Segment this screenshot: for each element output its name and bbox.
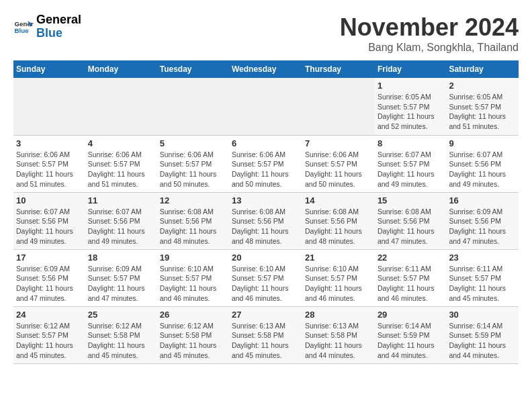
calendar-cell: 26Sunrise: 6:12 AMSunset: 5:58 PMDayligh…: [157, 306, 229, 363]
calendar-cell: 17Sunrise: 6:09 AMSunset: 5:56 PMDayligh…: [13, 249, 85, 306]
day-number: 30: [449, 310, 516, 320]
day-info: Sunrise: 6:06 AMSunset: 5:57 PMDaylight:…: [160, 150, 226, 189]
day-number: 21: [305, 253, 372, 263]
calendar-cell: 5Sunrise: 6:06 AMSunset: 5:57 PMDaylight…: [157, 135, 229, 192]
logo-line2: Blue: [36, 27, 81, 40]
day-info: Sunrise: 6:08 AMSunset: 5:56 PMDaylight:…: [160, 207, 226, 246]
svg-text:Blue: Blue: [15, 27, 30, 34]
logo-line1: General: [36, 13, 81, 27]
day-info: Sunrise: 6:10 AMSunset: 5:57 PMDaylight:…: [305, 264, 372, 304]
day-of-week-thursday: Thursday: [302, 60, 375, 78]
page-header: General Blue General Blue November 2024 …: [13, 13, 519, 54]
day-info: Sunrise: 6:05 AMSunset: 5:57 PMDaylight:…: [378, 92, 444, 132]
month-title: November 2024: [340, 13, 519, 42]
title-block: November 2024 Bang Klam, Songkhla, Thail…: [340, 13, 519, 54]
week-row-5: 24Sunrise: 6:12 AMSunset: 5:57 PMDayligh…: [13, 306, 519, 363]
week-row-3: 10Sunrise: 6:07 AMSunset: 5:56 PMDayligh…: [13, 192, 519, 249]
day-number: 20: [232, 253, 300, 263]
day-of-week-friday: Friday: [375, 60, 447, 78]
day-number: 25: [88, 310, 154, 320]
day-number: 17: [16, 253, 83, 263]
calendar-cell: 2Sunrise: 6:05 AMSunset: 5:57 PMDaylight…: [446, 78, 519, 135]
calendar-cell: 27Sunrise: 6:13 AMSunset: 5:58 PMDayligh…: [229, 306, 302, 363]
day-info: Sunrise: 6:13 AMSunset: 5:58 PMDaylight:…: [305, 321, 372, 361]
day-info: Sunrise: 6:09 AMSunset: 5:57 PMDaylight:…: [88, 264, 154, 304]
day-info: Sunrise: 6:09 AMSunset: 5:56 PMDaylight:…: [16, 264, 83, 304]
calendar-cell: 20Sunrise: 6:10 AMSunset: 5:57 PMDayligh…: [229, 249, 302, 306]
calendar-cell: 7Sunrise: 6:06 AMSunset: 5:57 PMDaylight…: [302, 135, 375, 192]
calendar-cell: 8Sunrise: 6:07 AMSunset: 5:57 PMDaylight…: [375, 135, 447, 192]
week-row-2: 3Sunrise: 6:06 AMSunset: 5:57 PMDaylight…: [13, 135, 519, 192]
calendar-cell: 15Sunrise: 6:08 AMSunset: 5:56 PMDayligh…: [375, 192, 447, 249]
day-info: Sunrise: 6:09 AMSunset: 5:56 PMDaylight:…: [449, 207, 516, 246]
day-info: Sunrise: 6:07 AMSunset: 5:56 PMDaylight:…: [16, 207, 83, 246]
day-number: 11: [88, 195, 154, 205]
calendar-cell: 21Sunrise: 6:10 AMSunset: 5:57 PMDayligh…: [302, 249, 375, 306]
day-number: 5: [160, 138, 226, 148]
logo: General Blue General Blue: [13, 13, 81, 40]
day-number: 9: [449, 138, 516, 148]
calendar-body: 1Sunrise: 6:05 AMSunset: 5:57 PMDaylight…: [13, 78, 519, 363]
calendar-cell: [302, 78, 375, 135]
calendar-cell: 28Sunrise: 6:13 AMSunset: 5:58 PMDayligh…: [302, 306, 375, 363]
day-number: 18: [88, 253, 154, 263]
calendar-cell: 3Sunrise: 6:06 AMSunset: 5:57 PMDaylight…: [13, 135, 85, 192]
day-of-week-tuesday: Tuesday: [157, 60, 229, 78]
day-info: Sunrise: 6:08 AMSunset: 5:56 PMDaylight:…: [232, 207, 300, 246]
logo-icon: General Blue: [13, 17, 34, 37]
calendar-cell: 30Sunrise: 6:14 AMSunset: 5:59 PMDayligh…: [446, 306, 519, 363]
day-info: Sunrise: 6:12 AMSunset: 5:58 PMDaylight:…: [88, 321, 154, 361]
location: Bang Klam, Songkhla, Thailand: [340, 42, 519, 54]
day-info: Sunrise: 6:06 AMSunset: 5:57 PMDaylight:…: [88, 150, 154, 189]
calendar-cell: [229, 78, 302, 135]
day-number: 22: [378, 253, 444, 263]
calendar-cell: [157, 78, 229, 135]
day-number: 10: [16, 195, 83, 205]
day-number: 26: [160, 310, 226, 320]
day-info: Sunrise: 6:08 AMSunset: 5:56 PMDaylight:…: [378, 207, 444, 246]
day-number: 13: [232, 195, 300, 205]
day-of-week-saturday: Saturday: [446, 60, 519, 78]
day-info: Sunrise: 6:05 AMSunset: 5:57 PMDaylight:…: [449, 92, 516, 132]
calendar-cell: 11Sunrise: 6:07 AMSunset: 5:56 PMDayligh…: [85, 192, 157, 249]
day-info: Sunrise: 6:10 AMSunset: 5:57 PMDaylight:…: [160, 264, 226, 304]
day-number: 23: [449, 253, 516, 263]
day-info: Sunrise: 6:11 AMSunset: 5:57 PMDaylight:…: [378, 264, 444, 304]
day-info: Sunrise: 6:12 AMSunset: 5:58 PMDaylight:…: [160, 321, 226, 361]
day-number: 12: [160, 195, 226, 205]
day-number: 6: [232, 138, 300, 148]
calendar-cell: 4Sunrise: 6:06 AMSunset: 5:57 PMDaylight…: [85, 135, 157, 192]
day-info: Sunrise: 6:07 AMSunset: 5:56 PMDaylight:…: [449, 150, 516, 189]
calendar-cell: 14Sunrise: 6:08 AMSunset: 5:56 PMDayligh…: [302, 192, 375, 249]
day-number: 29: [378, 310, 444, 320]
calendar-cell: 12Sunrise: 6:08 AMSunset: 5:56 PMDayligh…: [157, 192, 229, 249]
day-number: 4: [88, 138, 154, 148]
calendar-cell: 19Sunrise: 6:10 AMSunset: 5:57 PMDayligh…: [157, 249, 229, 306]
calendar-cell: 25Sunrise: 6:12 AMSunset: 5:58 PMDayligh…: [85, 306, 157, 363]
days-of-week-row: SundayMondayTuesdayWednesdayThursdayFrid…: [13, 60, 519, 78]
week-row-4: 17Sunrise: 6:09 AMSunset: 5:56 PMDayligh…: [13, 249, 519, 306]
day-number: 8: [378, 138, 444, 148]
calendar-cell: [13, 78, 85, 135]
day-info: Sunrise: 6:06 AMSunset: 5:57 PMDaylight:…: [232, 150, 300, 189]
calendar-cell: [85, 78, 157, 135]
calendar-cell: 24Sunrise: 6:12 AMSunset: 5:57 PMDayligh…: [13, 306, 85, 363]
day-number: 1: [378, 81, 444, 91]
calendar-cell: 1Sunrise: 6:05 AMSunset: 5:57 PMDaylight…: [375, 78, 447, 135]
calendar-cell: 22Sunrise: 6:11 AMSunset: 5:57 PMDayligh…: [375, 249, 447, 306]
calendar-cell: 6Sunrise: 6:06 AMSunset: 5:57 PMDaylight…: [229, 135, 302, 192]
calendar-cell: 18Sunrise: 6:09 AMSunset: 5:57 PMDayligh…: [85, 249, 157, 306]
day-info: Sunrise: 6:12 AMSunset: 5:57 PMDaylight:…: [16, 321, 83, 361]
calendar-table: SundayMondayTuesdayWednesdayThursdayFrid…: [13, 60, 519, 364]
day-number: 16: [449, 195, 516, 205]
day-number: 14: [305, 195, 372, 205]
day-number: 27: [232, 310, 300, 320]
calendar-header: SundayMondayTuesdayWednesdayThursdayFrid…: [13, 60, 519, 78]
calendar-cell: 10Sunrise: 6:07 AMSunset: 5:56 PMDayligh…: [13, 192, 85, 249]
day-number: 15: [378, 195, 444, 205]
day-of-week-sunday: Sunday: [13, 60, 85, 78]
calendar-cell: 9Sunrise: 6:07 AMSunset: 5:56 PMDaylight…: [446, 135, 519, 192]
day-number: 19: [160, 253, 226, 263]
day-number: 2: [449, 81, 516, 91]
day-info: Sunrise: 6:14 AMSunset: 5:59 PMDaylight:…: [378, 321, 444, 361]
